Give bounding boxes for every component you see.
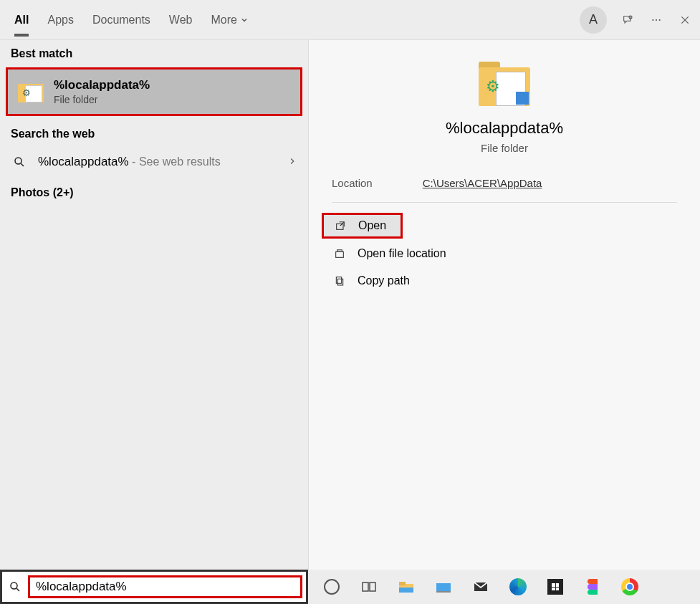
svg-point-3 [659, 19, 661, 20]
preview-panel: ⚙ %localappdata% File folder Location C:… [308, 40, 700, 570]
bottom-bar [0, 570, 700, 604]
folder-location-icon [332, 248, 347, 259]
tab-documents[interactable]: Documents [92, 4, 150, 37]
svg-rect-20 [436, 583, 451, 591]
svg-rect-15 [363, 583, 368, 591]
taskbar-edge[interactable] [509, 577, 527, 596]
svg-point-2 [656, 19, 657, 20]
taskbar-mail[interactable] [471, 577, 490, 596]
section-photos[interactable]: Photos (2+) [0, 179, 308, 206]
location-label: Location [332, 177, 373, 189]
result-subtitle: File folder [54, 94, 150, 105]
tab-web[interactable]: Web [169, 4, 193, 37]
section-search-web: Search the web [0, 120, 308, 145]
web-suffix: - See web results [129, 155, 221, 168]
preview-title: %localappdata% [309, 119, 700, 138]
tab-more[interactable]: More [211, 4, 248, 37]
folder-icon: ⚙ [18, 81, 44, 102]
taskbar-file-explorer[interactable] [397, 577, 416, 596]
best-match-result[interactable]: ⚙ %localappdata% File folder [6, 67, 302, 116]
preview-subtitle: File folder [309, 142, 700, 154]
web-query-text: %localappdata% [38, 155, 129, 168]
svg-rect-16 [370, 583, 375, 591]
taskbar-figma[interactable] [583, 577, 602, 596]
search-icon [11, 153, 28, 171]
svg-line-7 [21, 163, 24, 166]
taskbar-store[interactable] [546, 577, 565, 596]
web-search-result[interactable]: %localappdata% - See web results [0, 145, 308, 179]
taskbar-cortana[interactable] [322, 577, 341, 596]
close-button[interactable] [677, 12, 693, 28]
user-avatar[interactable]: A [580, 6, 607, 34]
chevron-down-icon [240, 16, 249, 24]
search-filter-tabs: All Apps Documents Web More A [0, 0, 700, 40]
copy-icon [332, 275, 347, 287]
feedback-icon[interactable] [620, 12, 636, 28]
svg-rect-12 [336, 277, 341, 284]
chevron-right-icon [287, 156, 297, 168]
tab-apps[interactable]: Apps [47, 4, 73, 37]
action-open[interactable]: Open [322, 213, 403, 239]
preview-folder-icon: ⚙ [479, 62, 530, 106]
svg-rect-18 [399, 582, 406, 585]
svg-point-13 [11, 583, 17, 589]
svg-rect-21 [436, 591, 451, 593]
open-icon [332, 220, 348, 231]
svg-rect-19 [399, 588, 413, 593]
taskbar-chrome[interactable] [620, 577, 639, 596]
svg-rect-11 [337, 279, 342, 285]
action-open-file-location[interactable]: Open file location [309, 240, 700, 267]
svg-point-6 [15, 158, 21, 164]
section-best-match: Best match [0, 40, 308, 64]
location-path-link[interactable]: C:\Users\ACER\AppData [423, 177, 542, 189]
more-options-icon[interactable] [648, 12, 664, 28]
action-copy-path[interactable]: Copy path [309, 267, 700, 294]
taskbar-task-view[interactable] [360, 577, 378, 596]
svg-rect-10 [336, 251, 344, 257]
search-icon [2, 580, 28, 593]
results-panel: Best match ⚙ %localappdata% File folder … [0, 40, 308, 570]
search-box[interactable] [0, 570, 308, 604]
svg-point-1 [652, 19, 653, 20]
svg-line-14 [16, 588, 19, 591]
search-input[interactable] [36, 580, 294, 594]
result-title: %localappdata% [54, 78, 150, 92]
tab-all[interactable]: All [14, 4, 29, 37]
location-row: Location C:\Users\ACER\AppData [332, 177, 677, 203]
taskbar-onscreen-keyboard[interactable] [434, 577, 453, 596]
taskbar [308, 570, 700, 604]
svg-rect-8 [337, 224, 343, 229]
